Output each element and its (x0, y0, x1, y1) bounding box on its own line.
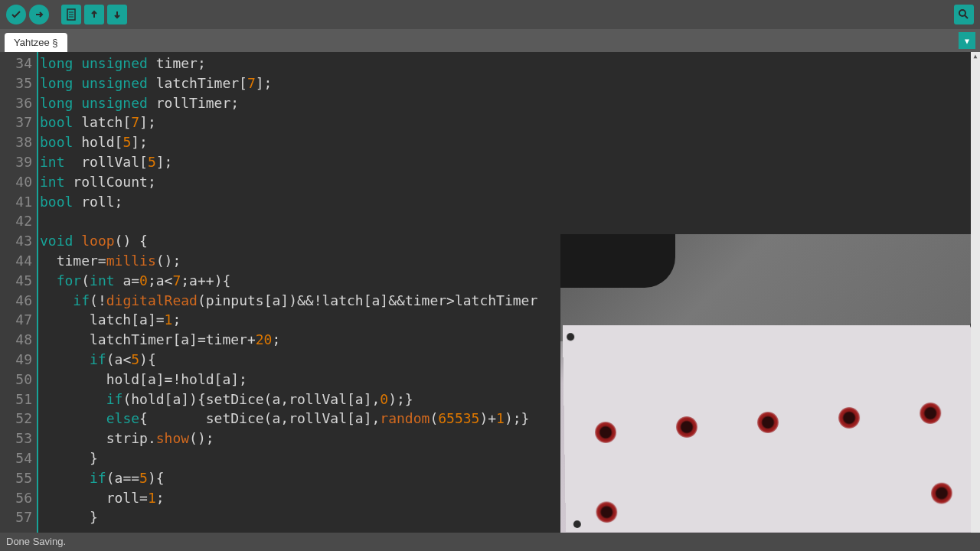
tab-dropdown-button[interactable]: ▼ (959, 32, 975, 49)
new-file-button[interactable] (61, 5, 81, 24)
open-file-button[interactable] (84, 5, 104, 24)
line-number-gutter: 3435363738394041424344454647484950515253… (0, 52, 38, 533)
code-line[interactable] (40, 211, 980, 231)
svg-point-4 (959, 10, 965, 16)
status-bar: Done Saving. (0, 533, 980, 551)
tab-bar: Yahtzee § ▼ (0, 29, 980, 52)
code-line[interactable]: bool roll; (40, 192, 980, 212)
code-line[interactable]: int rollVal[5]; (40, 152, 980, 172)
save-file-button[interactable] (107, 5, 127, 24)
hardware-panel (563, 325, 980, 532)
toolbar (0, 0, 980, 29)
tab-active[interactable]: Yahtzee § (5, 33, 67, 52)
svg-line-5 (965, 15, 968, 18)
status-message: Done Saving. (6, 536, 66, 547)
scroll-up-icon[interactable]: ▲ (971, 52, 980, 61)
editor-area: 3435363738394041424344454647484950515253… (0, 52, 980, 533)
code-line[interactable]: long unsigned latchTimer[7]; (40, 73, 980, 93)
code-line[interactable]: bool hold[5]; (40, 132, 980, 152)
upload-button[interactable] (29, 5, 49, 24)
serial-monitor-button[interactable] (954, 5, 974, 24)
webcam-overlay (560, 234, 980, 533)
verify-button[interactable] (6, 5, 26, 24)
code-line[interactable]: bool latch[7]; (40, 112, 980, 132)
vertical-scrollbar[interactable]: ▲ (971, 52, 980, 533)
code-line[interactable]: long unsigned rollTimer; (40, 93, 980, 113)
code-line[interactable]: long unsigned timer; (40, 54, 980, 73)
code-line[interactable]: int rollCount; (40, 172, 980, 192)
